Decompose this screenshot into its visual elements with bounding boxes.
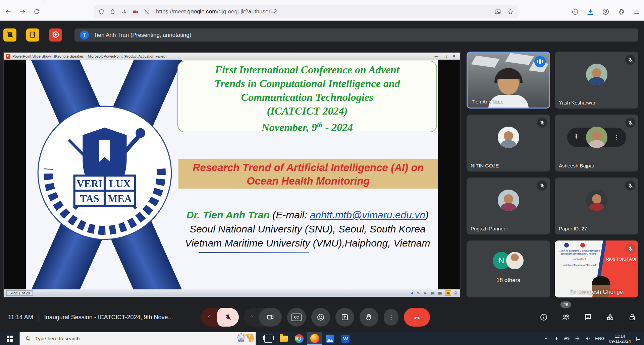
- presenting-banner-text: Tien Anh Tran (Presenting, annotating): [94, 32, 191, 39]
- avatar: [586, 127, 607, 148]
- tray-volume-icon[interactable]: [585, 336, 591, 342]
- extensions-icon[interactable]: [617, 8, 625, 16]
- notifications-blocked-icon[interactable]: [143, 7, 151, 16]
- forward-button[interactable]: [17, 6, 28, 17]
- participant-name: Dr Mangesh Ghonge: [570, 289, 623, 295]
- info-icon: [540, 313, 548, 321]
- svg-text:MEA: MEA: [108, 193, 132, 205]
- slide-counter: Slide 1 of 20: [6, 290, 33, 296]
- language-indicator[interactable]: ENG: [595, 336, 604, 341]
- more-options-button[interactable]: ⋮: [384, 309, 398, 326]
- email-link[interactable]: anhtt.mtb@vimaru.edu.vn: [310, 209, 425, 220]
- meeting-details-button[interactable]: [539, 313, 548, 322]
- camera-permission-icon[interactable]: [131, 7, 140, 16]
- photos-button[interactable]: [322, 332, 338, 345]
- participant-tile-tien-anh-tran[interactable]: Tien Anh Tran: [467, 52, 550, 109]
- participant-tile-paper-id-27[interactable]: Paper ID: 27: [555, 178, 638, 234]
- slide-sorter-icon[interactable]: ▦: [438, 291, 442, 295]
- participant-name: NITIN GOJE: [471, 163, 499, 168]
- conference-title: First International Conference on Advent…: [177, 61, 437, 132]
- next-slide-icon[interactable]: ►: [424, 291, 428, 295]
- raise-hand-button[interactable]: [360, 308, 378, 327]
- participant-tile-others[interactable]: N 18 others: [467, 240, 550, 297]
- camera-icon[interactable]: [259, 308, 282, 327]
- pin-icon[interactable]: [573, 134, 579, 141]
- mic-off-icon: [625, 55, 635, 65]
- window-minimize-button[interactable]: —: [434, 54, 438, 58]
- file-explorer-button[interactable]: [276, 332, 291, 345]
- url-text[interactable]: https://meet.google.com/djq-oegj-jir?aut…: [156, 8, 491, 15]
- normal-view-icon[interactable]: ▤: [431, 291, 435, 295]
- taskbar-clock[interactable]: 11:14 09-11-2024: [609, 334, 631, 344]
- presenter-avatar: T: [80, 30, 89, 40]
- participants-button[interactable]: 26: [561, 313, 570, 322]
- recording-button[interactable]: [49, 28, 62, 42]
- tray-battery-icon[interactable]: [564, 336, 570, 342]
- host-controls-button[interactable]: [628, 313, 637, 322]
- back-button[interactable]: [3, 6, 14, 17]
- account-icon[interactable]: [602, 8, 610, 16]
- captions-button[interactable]: CC: [287, 308, 306, 327]
- firefox-button[interactable]: [307, 332, 322, 345]
- microphone-button[interactable]: ⌃: [201, 308, 239, 327]
- tray-expand-icon[interactable]: [543, 336, 549, 342]
- pen-menu-icon[interactable]: ✎: [417, 291, 420, 295]
- exit-tool-button[interactable]: [26, 28, 39, 42]
- bookmark-star-icon[interactable]: [506, 7, 515, 16]
- word-button[interactable]: W: [338, 332, 353, 345]
- tile-more-options-icon[interactable]: ⋮: [613, 133, 620, 141]
- notification-center-icon[interactable]: [635, 336, 641, 342]
- window-maximize-button[interactable]: ▢: [443, 54, 447, 58]
- task-view-button[interactable]: [261, 332, 276, 345]
- word-icon: W: [341, 335, 350, 343]
- avatar: [586, 64, 607, 85]
- browser-tab-strip: [0, 0, 644, 3]
- host-lock-icon: [628, 313, 636, 321]
- chrome-button[interactable]: [291, 332, 307, 345]
- emoji-icon: [317, 313, 325, 321]
- menu-icon[interactable]: [633, 8, 641, 16]
- start-button[interactable]: [0, 332, 19, 345]
- search-daily-graphic[interactable]: 🎡🐪: [236, 333, 254, 342]
- participant-tile-yash-kesharwani[interactable]: Yash Kesharwani: [555, 52, 638, 109]
- mic-off-icon: [625, 181, 635, 191]
- tray-network-icon[interactable]: [574, 336, 580, 342]
- slideshow-view-icon[interactable]: ▣: [445, 290, 451, 296]
- participant-tile-asheesh-bajpai[interactable]: ⋮ Asheesh Bajpai: [555, 115, 638, 171]
- reload-button[interactable]: [31, 6, 42, 17]
- camera-options-chevron[interactable]: ⌃: [244, 308, 259, 327]
- pocket-icon[interactable]: [571, 8, 579, 16]
- screen: https://meet.google.com/djq-oegj-jir?aut…: [0, 0, 644, 345]
- tray-microphone-icon[interactable]: [553, 336, 559, 342]
- participant-tile-pugazh-panneer[interactable]: Pugazh Panneer: [467, 178, 550, 234]
- affiliation-1: Seoul National University (SNU), Seoul, …: [173, 222, 438, 236]
- annotation-tool-button[interactable]: [3, 28, 16, 42]
- activities-button[interactable]: [606, 313, 614, 322]
- window-close-button[interactable]: ✕: [452, 54, 455, 58]
- lock-icon[interactable]: [108, 7, 117, 16]
- present-button[interactable]: [335, 308, 354, 327]
- mic-muted-icon[interactable]: [217, 308, 239, 327]
- chat-icon: [584, 313, 592, 321]
- mic-off-icon: [537, 181, 547, 191]
- chat-button[interactable]: [584, 313, 592, 322]
- reactions-button[interactable]: [311, 308, 330, 327]
- picture-in-picture-icon[interactable]: [493, 7, 502, 16]
- downloads-icon[interactable]: [586, 8, 594, 16]
- mic-options-chevron[interactable]: ⌃: [201, 308, 217, 327]
- camera-button[interactable]: ⌃: [244, 308, 282, 327]
- participant-tile-dr-mangesh-ghonge[interactable]: First International Conference on Adv...…: [555, 240, 638, 297]
- talk-topic: Research Trend of Artificial Intelligenc…: [178, 159, 438, 189]
- previous-slide-icon[interactable]: ◄: [410, 291, 414, 295]
- url-bar[interactable]: https://meet.google.com/djq-oegj-jir?aut…: [94, 5, 518, 18]
- windows-logo-icon: [7, 336, 13, 342]
- shield-icon[interactable]: [97, 7, 106, 16]
- conference-date: November, 9th - 2024: [178, 118, 436, 134]
- pointer-options-icon[interactable]: ⌸: [454, 291, 457, 295]
- permissions-icon[interactable]: [120, 7, 128, 16]
- end-call-button[interactable]: [404, 308, 430, 327]
- participant-tile-nitin-goje[interactable]: NITIN GOJE: [467, 115, 550, 171]
- presenter-info: Dr. Tien Anh Tran (E-mail: anhtt.mtb@vim…: [173, 208, 438, 250]
- taskbar-search-input[interactable]: Type here to search 🎡🐪: [19, 332, 256, 345]
- google-meet-page: T Tien Anh Tran (Presenting, annotating)…: [0, 21, 644, 332]
